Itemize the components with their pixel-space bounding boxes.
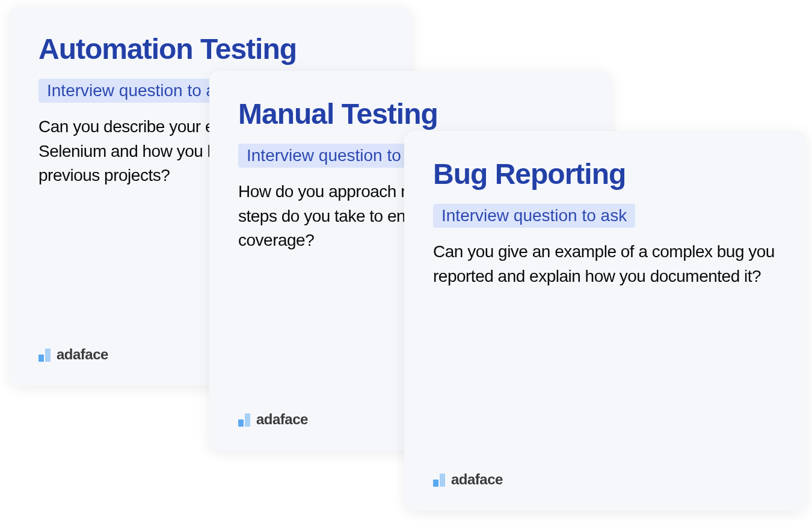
brand-logo: adaface	[433, 472, 503, 487]
card-title: Automation Testing	[38, 32, 383, 66]
bars-icon	[433, 474, 445, 487]
interview-card-bug: Bug Reporting Interview question to ask …	[404, 131, 806, 511]
card-question: Can you give an example of a complex bug…	[433, 240, 777, 288]
brand-name: adaface	[256, 412, 308, 427]
brand-logo: adaface	[238, 412, 308, 427]
card-title: Bug Reporting	[433, 157, 777, 190]
bars-icon	[38, 349, 51, 362]
brand-name: adaface	[451, 472, 503, 487]
card-subtitle: Interview question to ask	[433, 204, 635, 228]
card-title: Manual Testing	[238, 97, 582, 130]
bars-icon	[238, 413, 250, 427]
brand-name: adaface	[57, 347, 108, 362]
brand-logo: adaface	[38, 347, 108, 362]
